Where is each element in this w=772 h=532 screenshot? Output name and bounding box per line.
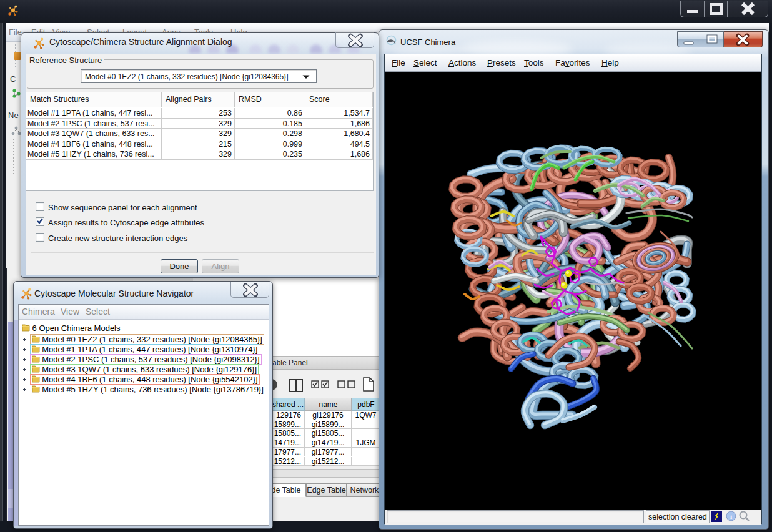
svg-text:i: i	[730, 513, 732, 520]
